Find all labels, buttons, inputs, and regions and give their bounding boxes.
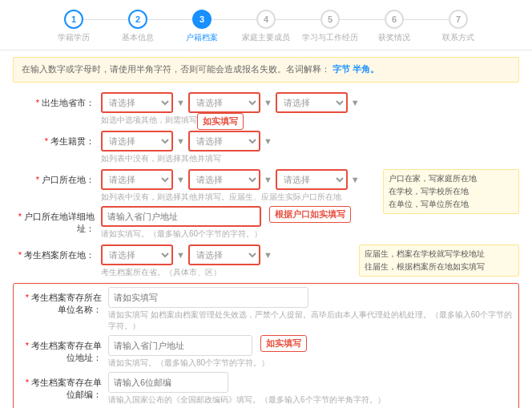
- archive-zip-controls: 请输入国家公布的《全国邮政编码》填写。（最多输入6个字节的半角字符。）: [108, 372, 512, 406]
- location-side-note: 应届生，档案在学校就写学校地址往届生，根据档案所在地如实填写: [359, 244, 519, 277]
- birth-district-select[interactable]: 请选择: [276, 92, 348, 113]
- archive-address-annotation: 如实填写: [260, 335, 307, 352]
- hukou-row: * 户口所在地： 请选择 ▼ 请选择 ▼ 请选择 ▼: [13, 169, 519, 203]
- birth-province-label: * 出生地省市：: [13, 92, 101, 109]
- candidate-location-hint: 考生档案所在省。（具体市、区）: [101, 267, 357, 278]
- hukou-detail-controls: 根据户口如实填写 请如实填写。（最多输入60个字节的字符。）: [101, 206, 365, 240]
- hukou-detail-label: * 户口所在地详细地址：: [13, 206, 101, 235]
- archive-address-row: * 考生档案寄存在单位地址： 如实填写 请如实填写。（最多输入80个字节的字符。…: [20, 335, 512, 369]
- hukou-controls: 请选择 ▼ 请选择 ▼ 请选择 ▼ 如列表中没有，则选择其他并填写。应届生、应届…: [101, 169, 373, 203]
- alert-text: 在输入数字或字母时，请使用半角字符，否则可能会造成报名失败。名词解释：: [22, 64, 330, 74]
- archive-unit-label: * 考生档案寄存所在单位名称：: [20, 287, 108, 316]
- step-3-label: 户籍档案: [186, 32, 218, 43]
- archive-address-input[interactable]: [108, 335, 252, 356]
- hukou-p2-select[interactable]: 请选择: [188, 169, 260, 190]
- jiguan-p2-select[interactable]: 请选择: [188, 131, 260, 151]
- step-6: 6 获奖情况: [362, 10, 426, 43]
- archive-group: * 考生档案寄存所在单位名称： 请如实填写 如档案由档案管理处失效选，严禁个人提…: [13, 283, 519, 408]
- alert-link[interactable]: 字节 半角。: [332, 64, 379, 74]
- birth-city-select[interactable]: 请选择: [188, 92, 260, 113]
- candidate-jiguan-controls: 请选择 ▼ 请选择 ▼ 如列表中没有，则选择其他并填写: [101, 131, 519, 164]
- birth-province-row: * 出生地省市： 请选择 ▼ 请选择 ▼ 请选择 ▼: [13, 92, 519, 126]
- hukou-p3-select[interactable]: 请选择: [276, 169, 348, 190]
- step-4-circle: 4: [256, 10, 276, 29]
- step-4-label: 家庭主要成员: [242, 32, 290, 43]
- birth-province-select[interactable]: 请选择: [101, 92, 173, 113]
- step-7-circle: 7: [449, 10, 468, 29]
- step-2-circle: 2: [128, 10, 147, 29]
- jiguan-hint: 如列表中没有，则选择其他并填写: [101, 153, 519, 164]
- birth-annotation: 如实填写: [197, 113, 244, 130]
- step-4: 4 家庭主要成员: [234, 10, 298, 43]
- archive-unit-controls: 请如实填写 如档案由档案管理处失效选，严禁个人提留。高毕后由本人事代理处的机处理…: [108, 287, 512, 332]
- step-3: 3 户籍档案: [170, 10, 234, 43]
- step-6-circle: 6: [385, 10, 404, 29]
- step-7: 7 联系方式: [426, 10, 490, 43]
- birth-province-selects: 请选择 ▼ 请选择 ▼ 请选择 ▼: [101, 92, 519, 113]
- form-area: * 出生地省市： 请选择 ▼ 请选择 ▼ 请选择 ▼: [0, 89, 532, 408]
- step-7-label: 联系方式: [442, 32, 474, 43]
- step-1-circle: 1: [64, 10, 83, 29]
- alert-bar: 在输入数字或字母时，请使用半角字符，否则可能会造成报名失败。名词解释： 字节 半…: [13, 57, 519, 83]
- hukou-note1: 如列表中没有，则选择其他并填写。应届生、应届生实际户口所在地: [101, 192, 373, 203]
- step-2: 2 基本信息: [106, 10, 170, 43]
- candidate-location-controls: 请选择 ▼ 请选择 ▼ 考生档案所在省。（具体市、区）: [101, 244, 357, 278]
- archive-unit-row: * 考生档案寄存所在单位名称： 请如实填写 如档案由档案管理处失效选，严禁个人提…: [20, 287, 512, 332]
- archive-zip-row: * 考生档案寄存在单位邮编： 请输入国家公布的《全国邮政编码》填写。（最多输入6…: [20, 372, 512, 406]
- steps-bar: 1 学籍学历 2 基本信息 3 户籍档案 4 家庭主要成员 5 学习与工作经历 …: [0, 0, 532, 50]
- step-3-circle: 3: [192, 10, 212, 29]
- step-5-circle: 5: [320, 10, 340, 29]
- hukou-p1-select[interactable]: 请选择: [101, 169, 173, 190]
- step-2-label: 基本信息: [122, 32, 154, 43]
- candidate-jiguan-label: * 考生籍贯：: [13, 131, 101, 147]
- archive-zip-label: * 考生档案寄存在单位邮编：: [20, 372, 108, 401]
- step-5: 5 学习与工作经历: [298, 10, 362, 43]
- candidate-location-row: * 考生档案所在地： 请选择 ▼ 请选择 ▼ 考生档案所在省。（具体市、区）: [13, 244, 519, 278]
- hukou-detail-input[interactable]: [101, 206, 261, 227]
- hukou-detail-hint: 请如实填写。（最多输入60个字节的字符。）: [101, 228, 365, 240]
- hukou-label: * 户口所在地：: [13, 169, 101, 186]
- location-p1-select[interactable]: 请选择: [101, 244, 173, 265]
- step-1: 1 学籍学历: [42, 10, 106, 43]
- birth-province-controls: 请选择 ▼ 请选择 ▼ 请选择 ▼ 如选中选项其他，则需填写其他： 如实填写: [101, 92, 519, 126]
- jiguan-p1-select[interactable]: 请选择: [101, 131, 173, 151]
- archive-address-hint: 请如实填写。（最多输入80个字节的字符。）: [108, 358, 512, 369]
- candidate-jiguan-row: * 考生籍贯： 请选择 ▼ 请选择 ▼ 如列表中没有，则选择其他并填写: [13, 131, 519, 164]
- step-6-label: 获奖情况: [378, 32, 410, 43]
- candidate-location-label: * 考生档案所在地：: [13, 244, 101, 261]
- archive-address-controls: 如实填写 请如实填写。（最多输入80个字节的字符。）: [108, 335, 512, 369]
- archive-zip-input[interactable]: [108, 372, 228, 393]
- archive-address-label: * 考生档案寄存在单位地址：: [20, 335, 108, 364]
- step-1-label: 学籍学历: [58, 32, 90, 43]
- hukou-detail-annotation: 根据户口如实填写: [269, 206, 351, 223]
- archive-zip-hint: 请输入国家公布的《全国邮政编码》填写。（最多输入6个字节的半角字符。）: [108, 394, 512, 406]
- archive-unit-note: 请如实填写 如档案由档案管理处失效选，严禁个人提留。高毕后由本人事代理处的机处理…: [108, 309, 512, 332]
- page-container: 1 学籍学历 2 基本信息 3 户籍档案 4 家庭主要成员 5 学习与工作经历 …: [0, 0, 532, 408]
- archive-unit-input[interactable]: [108, 287, 308, 308]
- hukou-detail-row: * 户口所在地详细地址： 根据户口如实填写 请如实填写。（最多输入60个字节的字…: [13, 206, 519, 240]
- step-5-label: 学习与工作经历: [302, 32, 358, 43]
- location-p2-select[interactable]: 请选择: [188, 244, 260, 265]
